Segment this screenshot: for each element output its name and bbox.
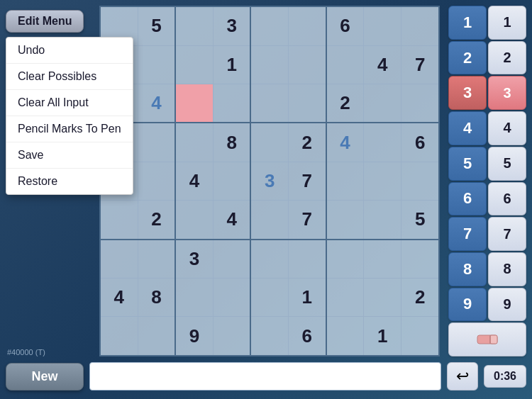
num-btn-3-left[interactable]: 3 (448, 76, 487, 110)
cell-7-7[interactable] (364, 279, 401, 317)
cell-3-4[interactable] (250, 123, 288, 162)
cell-1-5[interactable] (289, 45, 326, 84)
cell-3-8[interactable]: 6 (401, 123, 439, 162)
cell-6-2[interactable]: 3 (175, 240, 213, 279)
cell-4-7[interactable] (364, 162, 401, 200)
cell-0-6[interactable]: 6 (326, 6, 364, 45)
cell-1-7[interactable]: 4 (364, 45, 401, 84)
cell-5-7[interactable] (364, 201, 401, 240)
note-area[interactable] (89, 362, 441, 390)
num-btn-6-left[interactable]: 6 (448, 182, 487, 216)
cell-3-6[interactable]: 4 (326, 123, 364, 162)
menu-item-pencil-marks-to-pen[interactable]: Pencil Marks To Pen (6, 116, 133, 142)
cell-1-8[interactable]: 7 (401, 45, 439, 84)
cell-2-2[interactable] (175, 84, 213, 123)
menu-item-undo[interactable]: Undo (6, 38, 133, 64)
cell-0-4[interactable] (250, 6, 288, 45)
cell-6-5[interactable] (289, 240, 326, 279)
num-btn-1-right[interactable]: 1 (488, 6, 526, 40)
cell-1-4[interactable] (250, 45, 288, 84)
cell-7-6[interactable] (326, 279, 364, 317)
cell-8-8[interactable] (401, 317, 439, 356)
num-btn-7-right[interactable]: 7 (488, 217, 526, 251)
num-btn-6-right[interactable]: 6 (488, 182, 526, 216)
cell-1-3[interactable]: 1 (213, 45, 250, 84)
menu-item-save[interactable]: Save (6, 142, 133, 169)
num-btn-8-left[interactable]: 8 (448, 252, 487, 286)
cell-7-8[interactable]: 2 (401, 279, 439, 317)
num-btn-5-right[interactable]: 5 (488, 147, 526, 181)
num-btn-4-right[interactable]: 4 (488, 111, 526, 145)
cell-0-1[interactable]: 5 (138, 6, 175, 45)
cell-2-6[interactable]: 2 (326, 84, 364, 123)
cell-8-5[interactable]: 6 (289, 317, 326, 356)
cell-4-3[interactable] (213, 162, 250, 200)
cell-6-0[interactable] (100, 240, 138, 279)
cell-2-8[interactable] (401, 84, 439, 123)
cell-1-2[interactable] (175, 45, 213, 84)
cell-6-7[interactable] (364, 240, 401, 279)
cell-3-7[interactable] (364, 123, 401, 162)
new-button[interactable]: New (6, 363, 84, 390)
cell-8-2[interactable]: 9 (175, 317, 213, 356)
cell-5-4[interactable] (250, 201, 288, 240)
cell-8-0[interactable] (100, 317, 138, 356)
cell-6-1[interactable] (138, 240, 175, 279)
cell-2-1[interactable]: 4 (138, 84, 175, 123)
cell-2-7[interactable] (364, 84, 401, 123)
cell-3-1[interactable] (138, 123, 175, 162)
cell-4-2[interactable]: 4 (175, 162, 213, 200)
num-btn-9-left[interactable]: 9 (448, 288, 487, 322)
cell-8-7[interactable]: 1 (364, 317, 401, 356)
menu-item-clear-all-input[interactable]: Clear All Input (6, 90, 133, 116)
num-btn-5-left[interactable]: 5 (448, 147, 487, 181)
cell-6-8[interactable] (401, 240, 439, 279)
cell-4-8[interactable] (401, 162, 439, 200)
cell-2-3[interactable] (213, 84, 250, 123)
undo-button[interactable]: ↩ (447, 362, 478, 390)
menu-item-clear-possibles[interactable]: Clear Possibles (6, 64, 133, 90)
cell-7-5[interactable]: 1 (289, 279, 326, 317)
cell-4-5[interactable]: 7 (289, 162, 326, 200)
cell-6-6[interactable] (326, 240, 364, 279)
cell-0-7[interactable] (364, 6, 401, 45)
cell-7-0[interactable]: 4 (100, 279, 138, 317)
cell-1-6[interactable] (326, 45, 364, 84)
num-btn-8-right[interactable]: 8 (488, 252, 526, 286)
cell-7-1[interactable]: 8 (138, 279, 175, 317)
cell-7-4[interactable] (250, 279, 288, 317)
cell-8-6[interactable] (326, 317, 364, 356)
cell-5-0[interactable] (100, 201, 138, 240)
cell-0-3[interactable]: 3 (213, 6, 250, 45)
cell-6-3[interactable] (213, 240, 250, 279)
cell-0-2[interactable] (175, 6, 213, 45)
edit-menu-button[interactable]: Edit Menu (6, 10, 84, 33)
cell-7-3[interactable] (213, 279, 250, 317)
num-btn-3-right[interactable]: 3 (488, 76, 526, 110)
num-btn-4-left[interactable]: 4 (448, 111, 487, 145)
num-btn-2-right[interactable]: 2 (488, 41, 526, 75)
cell-5-6[interactable] (326, 201, 364, 240)
eraser-button[interactable] (448, 322, 526, 356)
cell-3-5[interactable]: 2 (289, 123, 326, 162)
cell-8-4[interactable] (250, 317, 288, 356)
num-btn-9-right[interactable]: 9 (488, 288, 526, 322)
cell-5-8[interactable]: 5 (401, 201, 439, 240)
cell-4-4[interactable]: 3 (250, 162, 288, 200)
cell-6-4[interactable] (250, 240, 288, 279)
cell-5-3[interactable]: 4 (213, 201, 250, 240)
num-btn-1-left[interactable]: 1 (448, 6, 487, 40)
cell-2-4[interactable] (250, 84, 288, 123)
cell-4-6[interactable] (326, 162, 364, 200)
cell-3-3[interactable]: 8 (213, 123, 250, 162)
cell-1-1[interactable] (138, 45, 175, 84)
cell-5-5[interactable]: 7 (289, 201, 326, 240)
cell-3-2[interactable] (175, 123, 213, 162)
num-btn-2-left[interactable]: 2 (448, 41, 487, 75)
cell-5-2[interactable] (175, 201, 213, 240)
cell-8-1[interactable] (138, 317, 175, 356)
cell-4-1[interactable] (138, 162, 175, 200)
cell-0-5[interactable] (289, 6, 326, 45)
cell-8-3[interactable] (213, 317, 250, 356)
cell-2-5[interactable] (289, 84, 326, 123)
